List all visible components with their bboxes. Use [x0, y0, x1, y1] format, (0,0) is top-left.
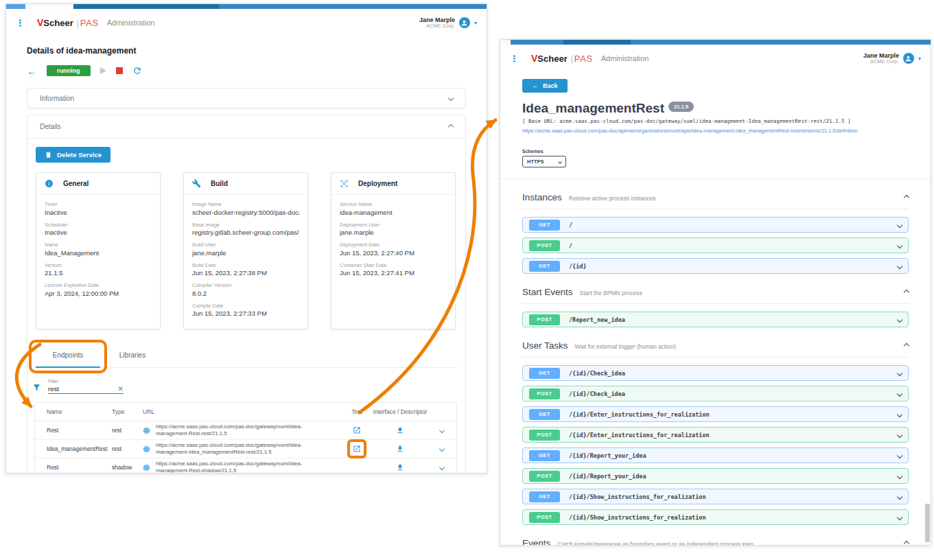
endpoint-name: Rest [47, 464, 112, 471]
refresh-icon[interactable] [132, 66, 142, 75]
information-accordion[interactable]: Information [27, 88, 466, 108]
user-menu[interactable]: Jane Marple ACME Corp. ▾ [419, 16, 477, 30]
filter-row: Filter ✕ [32, 379, 465, 394]
expand-chevron-icon[interactable] [439, 428, 445, 433]
collapse-chevron-icon[interactable] [904, 194, 909, 200]
section-header: User TasksWait for external trigger (hum… [522, 340, 909, 358]
test-icon[interactable] [353, 445, 361, 453]
app-bar: ⋮ V Scheer | PAS Administration Jane Mar… [500, 45, 931, 72]
collapse-chevron-icon[interactable] [904, 289, 909, 294]
section-header: InstancesRetreive active process instanc… [522, 192, 909, 209]
method-pill: GET [529, 368, 560, 379]
endpoint-url: https://acme.saas.pas-cloud.com/pas-doc/… [156, 442, 302, 456]
method-pill: GET [529, 450, 560, 461]
wrench-icon [192, 179, 201, 188]
endpoint-post-row[interactable]: POST/{id}/Report_your_idea [522, 468, 909, 484]
field: SchedulerInactive [45, 222, 152, 237]
table-row: Restresthttps://acme.saas.pas-cloud.com/… [35, 421, 456, 440]
download-icon[interactable] [396, 426, 404, 434]
stop-icon[interactable] [116, 67, 123, 74]
info-cards-row: GeneralTimerInactiveSchedulerInactiveNam… [36, 172, 457, 329]
endpoint-post-row[interactable]: POST/{id}/Show_instructions_for_realizat… [522, 509, 909, 525]
collapse-chevron-icon[interactable] [904, 342, 909, 348]
field-value: Jun 15, 2023, 2:27:40 PM [340, 249, 447, 257]
filter-input[interactable] [48, 385, 118, 393]
user-org: ACME Corp. [863, 59, 899, 65]
expand-chevron-icon[interactable] [439, 446, 445, 452]
field: Compile DateJun 15, 2023, 2:27:33 PM [192, 303, 299, 318]
app-title: Administration [601, 54, 649, 62]
endpoint-path: /{id}/Enter_instructions_for_realization [569, 432, 710, 439]
endpoint-post-row[interactable]: POST/ [522, 237, 909, 253]
endpoint-get-row[interactable]: GET/{id} [522, 258, 909, 274]
api-docs-content: ← Back Idea_managementRest 21.1.5 [ Base… [500, 72, 931, 545]
expand-chevron-icon[interactable] [439, 465, 445, 470]
col-name: Name [47, 408, 112, 415]
endpoint-get-row[interactable]: GET/{id}/Report_your_idea [522, 447, 909, 463]
version-badge: 21.1.5 [668, 102, 694, 112]
field-label: License Expiration Date [45, 282, 152, 288]
clear-filter-icon[interactable]: ✕ [118, 386, 124, 393]
field-value: jane.marple [340, 229, 447, 236]
section-title: Start Events [522, 287, 573, 297]
filter-label: Filter [48, 379, 124, 384]
download-icon[interactable] [396, 463, 404, 471]
user-menu[interactable]: Jane Marple ACME Corp. ▾ [863, 52, 921, 65]
tab-libraries[interactable]: Libraries [100, 343, 165, 367]
endpoint-path: /Report_new_idea [569, 316, 625, 323]
more-menu-icon[interactable]: ⋮ [510, 54, 519, 64]
chevron-cell [428, 428, 456, 432]
schemes-select[interactable]: HTTPS [522, 156, 566, 167]
scheer-pas-logo: V Scheer | PAS [531, 53, 593, 64]
endpoint-get-row[interactable]: GET/ [522, 217, 909, 233]
field-value: Apr 3, 2024, 12:00:00 PM [45, 290, 152, 297]
field: NameIdea_Management [45, 242, 152, 257]
field-label: Scheduler [45, 222, 152, 228]
section-description: Retreive active process instances [569, 195, 656, 202]
endpoint-post-row[interactable]: POST/{id}/Enter_instructions_for_realiza… [522, 427, 909, 443]
brand-product: PAS [80, 18, 99, 28]
card-build: BuildImage Namescheer-docker-registry:50… [183, 172, 308, 329]
method-pill: GET [529, 220, 560, 231]
card-header: Build [184, 173, 307, 195]
field: TimerInactive [45, 201, 152, 216]
chevron-cell [428, 465, 456, 469]
field: Deployment DateJun 15, 2023, 2:27:40 PM [340, 242, 447, 257]
globe-icon [143, 464, 150, 471]
card-body: Image Namescheer-docker-registry:5000/pa… [184, 195, 307, 329]
endpoint-path: /{id}/Report_your_idea [569, 452, 646, 459]
endpoint-url: https://acme.saas.pas-cloud.com/pas-doc/… [156, 423, 302, 437]
card-deployment: DeploymentService Nameidea-managementDep… [331, 172, 456, 329]
definition-link[interactable]: https://acme.saas.pas-cloud.com/pas-doc/… [522, 128, 909, 134]
back-arrow-icon: ← [532, 82, 538, 89]
info-icon [45, 179, 54, 188]
back-arrow-icon[interactable]: ← [27, 66, 37, 76]
details-accordion[interactable]: Details [27, 115, 465, 139]
scrollbar-thumb[interactable] [925, 504, 930, 542]
test-icon[interactable] [353, 426, 361, 434]
field-value: scheer-docker-registry:5000/pas-doc/idea… [192, 209, 299, 216]
collapse-chevron-icon[interactable] [904, 540, 909, 545]
endpoint-post-row[interactable]: POST/Report_new_idea [522, 312, 909, 327]
delete-service-button[interactable]: Delete Service [36, 147, 110, 163]
endpoint-get-row[interactable]: GET/{id}/Check_idea [522, 365, 909, 381]
chevron-cell [428, 447, 456, 451]
endpoint-post-row[interactable]: POST/{id}/Check_idea [522, 386, 909, 401]
field-label: Compile Date [192, 303, 299, 309]
expand-chevron-icon [897, 493, 902, 499]
play-icon[interactable] [100, 67, 106, 74]
tab-endpoints[interactable]: Endpoints [36, 343, 100, 367]
method-pill: POST [529, 240, 560, 251]
expand-chevron-icon [897, 411, 902, 417]
endpoint-path: /{id}/Report_your_idea [569, 473, 646, 480]
more-menu-icon[interactable]: ⋮ [16, 18, 25, 28]
endpoint-get-row[interactable]: GET/{id}/Show_instructions_for_realizati… [522, 489, 909, 504]
deployment-icon [340, 179, 349, 188]
endpoint-get-row[interactable]: GET/{id}/Enter_instructions_for_realizat… [522, 406, 909, 422]
app-title: Administration [107, 19, 155, 27]
field-value: idea-management [340, 209, 447, 216]
card-general: GeneralTimerInactiveSchedulerInactiveNam… [36, 172, 161, 329]
expand-chevron-icon [897, 222, 902, 227]
download-icon[interactable] [396, 445, 404, 453]
back-button[interactable]: ← Back [522, 79, 568, 93]
